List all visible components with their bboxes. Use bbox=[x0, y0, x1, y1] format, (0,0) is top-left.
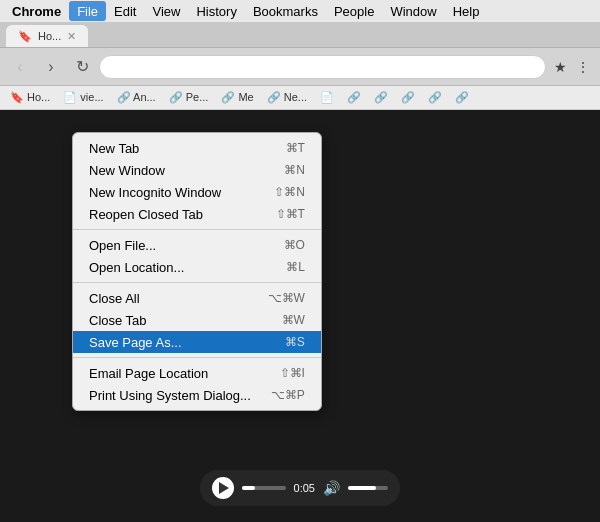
menu-item-label: Save Page As... bbox=[89, 335, 182, 350]
play-icon bbox=[219, 482, 229, 494]
menu-item-new-window[interactable]: New Window ⌘N bbox=[73, 159, 321, 181]
menu-item-shortcut: ⌘S bbox=[285, 335, 305, 349]
menu-item-label: Open Location... bbox=[89, 260, 184, 275]
menu-people[interactable]: People bbox=[326, 1, 382, 21]
separator-2 bbox=[73, 282, 321, 283]
menu-help[interactable]: Help bbox=[445, 1, 488, 21]
menu-item-open-file[interactable]: Open File... ⌘O bbox=[73, 234, 321, 256]
volume-icon[interactable]: 🔊 bbox=[323, 480, 340, 496]
separator-3 bbox=[73, 357, 321, 358]
bookmark-an[interactable]: 🔗 An... bbox=[111, 89, 162, 106]
bookmark-extra1[interactable]: 🔗 bbox=[341, 89, 367, 106]
bookmark-me[interactable]: 🔗 Me bbox=[215, 89, 259, 106]
menu-history[interactable]: History bbox=[188, 1, 244, 21]
bookmark-pdf[interactable]: 📄 bbox=[314, 89, 340, 106]
reload-button[interactable]: ↻ bbox=[68, 53, 96, 81]
menu-item-shortcut: ⌘W bbox=[282, 313, 305, 327]
tab-label: Ho... bbox=[38, 30, 61, 42]
progress-bar[interactable] bbox=[242, 486, 286, 490]
menu-item-label: Reopen Closed Tab bbox=[89, 207, 203, 222]
back-button[interactable]: ‹ bbox=[6, 53, 34, 81]
volume-fill bbox=[348, 486, 376, 490]
bookmark-extra4[interactable]: 🔗 bbox=[422, 89, 448, 106]
menu-item-shortcut: ⌘T bbox=[286, 141, 305, 155]
bookmark-vie[interactable]: 📄 vie... bbox=[57, 89, 109, 106]
menu-item-shortcut: ⌘L bbox=[286, 260, 305, 274]
forward-button[interactable]: › bbox=[37, 53, 65, 81]
menu-item-email-location[interactable]: Email Page Location ⇧⌘I bbox=[73, 362, 321, 384]
star-icon[interactable]: ★ bbox=[549, 56, 571, 78]
menu-item-save-page[interactable]: Save Page As... ⌘S bbox=[73, 331, 321, 353]
menu-window[interactable]: Window bbox=[382, 1, 444, 21]
menu-item-label: Open File... bbox=[89, 238, 156, 253]
tab-favicon: 🔖 bbox=[18, 30, 32, 43]
menu-item-shortcut: ⌘O bbox=[284, 238, 305, 252]
toolbar: ‹ › ↻ ★ ⋮ bbox=[0, 48, 600, 86]
toolbar-icons: ★ ⋮ bbox=[549, 56, 594, 78]
menu-item-print-dialog[interactable]: Print Using System Dialog... ⌥⌘P bbox=[73, 384, 321, 406]
menubar: Chrome File Edit View History Bookmarks … bbox=[0, 0, 600, 22]
menu-item-new-incognito[interactable]: New Incognito Window ⇧⌘N bbox=[73, 181, 321, 203]
menu-item-shortcut: ⇧⌘I bbox=[280, 366, 305, 380]
bookmark-extra5[interactable]: 🔗 bbox=[449, 89, 475, 106]
content-area: New Tab ⌘T New Window ⌘N New Incognito W… bbox=[0, 110, 600, 522]
progress-fill bbox=[242, 486, 255, 490]
time-display: 0:05 bbox=[294, 482, 315, 494]
bookmark-pe[interactable]: 🔗 Pe... bbox=[163, 89, 215, 106]
tab-close-icon[interactable]: ✕ bbox=[67, 30, 76, 43]
address-input[interactable] bbox=[99, 55, 546, 79]
menu-item-shortcut: ⇧⌘T bbox=[276, 207, 305, 221]
menu-bookmarks[interactable]: Bookmarks bbox=[245, 1, 326, 21]
menu-file[interactable]: File bbox=[69, 1, 106, 21]
active-tab[interactable]: 🔖 Ho... ✕ bbox=[6, 25, 88, 47]
menu-item-label: New Tab bbox=[89, 141, 139, 156]
bookmarks-bar: 🔖 Ho... 📄 vie... 🔗 An... 🔗 Pe... 🔗 Me 🔗 … bbox=[0, 86, 600, 110]
menu-edit[interactable]: Edit bbox=[106, 1, 144, 21]
menu-item-shortcut: ⌘N bbox=[284, 163, 305, 177]
menu-item-new-tab[interactable]: New Tab ⌘T bbox=[73, 137, 321, 159]
menu-chrome[interactable]: Chrome bbox=[4, 1, 69, 21]
menu-item-open-location[interactable]: Open Location... ⌘L bbox=[73, 256, 321, 278]
bookmark-extra2[interactable]: 🔗 bbox=[368, 89, 394, 106]
menu-icon[interactable]: ⋮ bbox=[572, 56, 594, 78]
play-button[interactable] bbox=[212, 477, 234, 499]
file-dropdown-menu: New Tab ⌘T New Window ⌘N New Incognito W… bbox=[72, 132, 322, 411]
menu-item-label: Print Using System Dialog... bbox=[89, 388, 251, 403]
media-player: 0:05 🔊 bbox=[200, 470, 400, 506]
bookmark-ho[interactable]: 🔖 Ho... bbox=[4, 89, 56, 106]
menu-item-label: New Incognito Window bbox=[89, 185, 221, 200]
browser-window: Chrome File Edit View History Bookmarks … bbox=[0, 0, 600, 522]
bookmark-ne[interactable]: 🔗 Ne... bbox=[261, 89, 313, 106]
menu-item-label: Email Page Location bbox=[89, 366, 208, 381]
menu-item-shortcut: ⌥⌘W bbox=[268, 291, 305, 305]
menu-item-shortcut: ⌥⌘P bbox=[271, 388, 305, 402]
menu-view[interactable]: View bbox=[144, 1, 188, 21]
menu-item-label: New Window bbox=[89, 163, 165, 178]
menu-item-close-tab[interactable]: Close Tab ⌘W bbox=[73, 309, 321, 331]
volume-bar[interactable] bbox=[348, 486, 388, 490]
bookmark-extra3[interactable]: 🔗 bbox=[395, 89, 421, 106]
menu-item-shortcut: ⇧⌘N bbox=[274, 185, 305, 199]
menu-item-label: Close Tab bbox=[89, 313, 147, 328]
menu-item-label: Close All bbox=[89, 291, 140, 306]
menu-item-reopen-closed[interactable]: Reopen Closed Tab ⇧⌘T bbox=[73, 203, 321, 225]
tab-strip: 🔖 Ho... ✕ bbox=[0, 22, 600, 48]
menu-item-close-all[interactable]: Close All ⌥⌘W bbox=[73, 287, 321, 309]
separator-1 bbox=[73, 229, 321, 230]
